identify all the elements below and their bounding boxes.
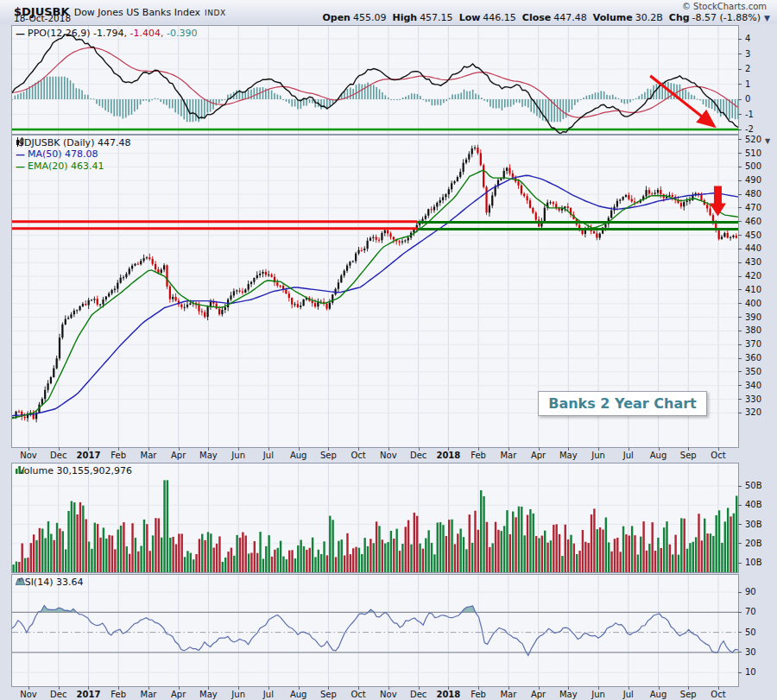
y-tick-label: 360 (745, 353, 761, 363)
y-tick-label: 10B (745, 558, 762, 567)
quote-value: -8.57 (-1.88%) (692, 12, 761, 23)
rsi-panel: RSI(14) 33.64 (12, 575, 738, 686)
month-label: Aug (290, 451, 307, 460)
quote-value: 447.48 (553, 12, 587, 23)
month-label: Aug (650, 690, 667, 699)
month-label: Oct (711, 451, 725, 460)
y-tick-label: 460 (745, 217, 761, 226)
ma50-label: MA(50) (28, 148, 62, 160)
quote-dropdown-icon[interactable]: ▼ (764, 14, 770, 22)
month-label: Dec (50, 451, 66, 460)
month-label: Feb (471, 690, 486, 699)
month-label: Apr (171, 690, 186, 699)
exchange-label: INDX (205, 9, 225, 17)
y-tick-label: 380 (745, 325, 761, 335)
price-y-axis: 5205105004904804704604504404304204104003… (738, 136, 777, 447)
month-label: May (199, 690, 218, 699)
quote-label: Close (522, 12, 551, 23)
ppo-value-signal: -1.404, (130, 28, 163, 39)
ema20-line-icon: — (16, 161, 25, 173)
y-axis-tick (738, 289, 742, 290)
y-axis-tick (738, 54, 742, 54)
month-label: Jul (263, 451, 274, 460)
y-axis-tick (738, 207, 742, 208)
volume-legend: Volume 30,155,902,976 (16, 465, 132, 476)
month-label: Oct (351, 690, 365, 699)
rsi-value: 33.64 (56, 577, 84, 588)
volume-value: 30,155,902,976 (56, 465, 131, 476)
quote-value: 455.09 (353, 12, 387, 23)
month-label: May (559, 451, 578, 460)
y-tick-label: 450 (745, 230, 761, 240)
month-label: Jun (591, 451, 605, 460)
month-label: May (559, 690, 578, 699)
y-axis-tick (738, 317, 742, 318)
y-axis-tick (738, 84, 742, 85)
y-tick-label: 440 (745, 243, 761, 253)
month-label: Mar (500, 451, 516, 460)
ppo-panel: —PPO(12,26,9) -1.794, -1.404, -0.390 (12, 26, 738, 134)
y-axis-tick (738, 194, 742, 195)
rsi-plot (12, 575, 738, 686)
y-tick-label: 320 (745, 407, 761, 417)
y-axis-tick (738, 276, 742, 277)
y-axis-tick (738, 235, 742, 236)
ppo-y-axis: 43210-1-2 (738, 26, 777, 134)
quote-label: High (392, 12, 417, 23)
month-label: Mar (141, 451, 157, 460)
y-axis-tick (738, 592, 742, 593)
y-tick-label: 510 (745, 148, 761, 158)
y-axis-tick (738, 486, 742, 487)
quote-value: 457.15 (420, 12, 453, 23)
y-tick-label: 30B (745, 520, 762, 529)
y-tick-label: 420 (745, 271, 761, 281)
y-tick-label: -1 (745, 110, 754, 119)
quote-value: 446.15 (483, 12, 516, 23)
quote-label: Chg (669, 12, 690, 23)
month-label: Mar (500, 690, 516, 699)
price-legend: $DJUSBK (Daily) 447.48 —MA(50) 478.08 —E… (16, 137, 130, 173)
y-tick-label: 30 (745, 647, 756, 657)
rsi-line (12, 606, 738, 656)
collapse-legend-icon[interactable]: ▼ (765, 137, 770, 145)
y-tick-label: 480 (745, 189, 761, 199)
month-label: 2018 (436, 451, 460, 460)
x-axis-lower: NovDec2017FebMarAprMayJunJulAugSepOctNov… (0, 686, 777, 700)
y-axis-tick (738, 612, 742, 613)
y-axis-tick (738, 129, 742, 130)
y-axis-tick (738, 221, 742, 222)
y-tick-label: 0 (745, 94, 750, 104)
month-label: Jun (231, 690, 245, 699)
month-label: Jun (231, 451, 245, 460)
y-axis-tick (738, 652, 742, 653)
y-axis-tick (738, 632, 742, 633)
price-panel: $DJUSBK (Daily) 447.48 —MA(50) 478.08 —E… (12, 136, 738, 447)
y-tick-label: 2 (745, 64, 750, 73)
y-axis-tick (738, 39, 742, 40)
ppo-plot (12, 26, 738, 134)
month-label: Dec (410, 690, 426, 699)
volume-plot (12, 464, 738, 572)
y-tick-label: 470 (745, 203, 761, 212)
ema20-label: EMA(20) (28, 161, 68, 172)
volume-panel: Volume 30,155,902,976 (12, 464, 738, 572)
ppo-down-arrow (650, 76, 714, 126)
ma50-line (12, 175, 738, 415)
y-tick-label: 520 (745, 135, 761, 144)
y-axis-tick (738, 563, 742, 564)
month-label: Jul (263, 690, 274, 699)
y-axis-tick (738, 399, 742, 400)
y-tick-label: 430 (745, 257, 761, 267)
price-down-arrow (710, 186, 726, 217)
month-label: Nov (380, 451, 397, 460)
month-label: Jul (623, 690, 634, 699)
y-tick-label: 1 (745, 79, 750, 89)
y-tick-label: 50B (745, 481, 762, 490)
y-axis-tick (738, 524, 742, 525)
ppo-legend: —PPO(12,26,9) -1.794, -1.404, -0.390 (16, 28, 197, 40)
month-label: Feb (471, 451, 486, 460)
rsi-y-axis: 9070503010 (738, 575, 777, 686)
y-tick-label: -2 (745, 124, 754, 134)
y-axis-tick (738, 262, 742, 263)
month-label: Apr (171, 451, 186, 460)
